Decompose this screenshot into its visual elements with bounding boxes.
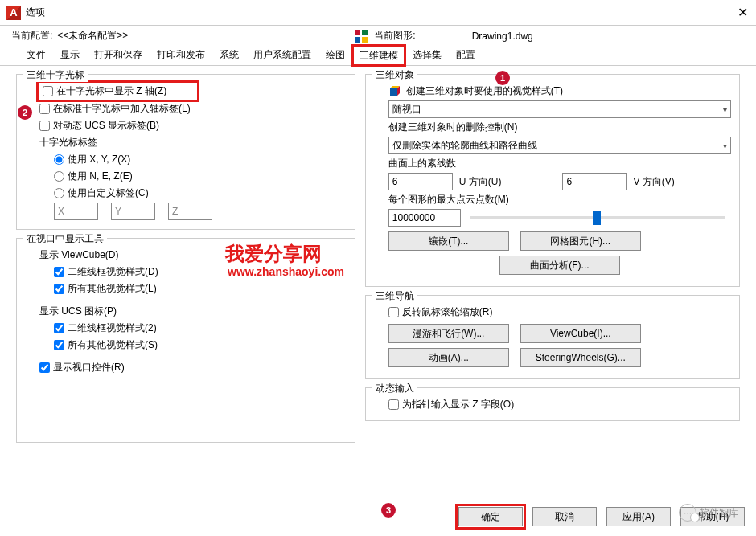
lbl-show-ucs: 显示 UCS 图标(P) bbox=[39, 304, 347, 318]
btn-steeringwheels[interactable]: SteeringWheels(G)... bbox=[520, 348, 641, 367]
chk-vc-other[interactable] bbox=[54, 284, 64, 294]
chk-show-z-field[interactable] bbox=[388, 399, 399, 410]
lbl-max-pts: 每个图形的最大点云点数(M) bbox=[388, 193, 731, 207]
tab-profiles[interactable]: 配置 bbox=[449, 44, 483, 65]
lbl-isolines: 曲面上的素线数 bbox=[388, 157, 731, 170]
lbl-reverse-wheel: 反转鼠标滚轮缩放(R) bbox=[402, 305, 493, 319]
tab-drawing[interactable]: 绘图 bbox=[318, 44, 352, 65]
lbl-show-z: 在十字光标中显示 Z 轴(Z) bbox=[56, 84, 166, 98]
window-title: 选项 bbox=[26, 6, 45, 19]
input-v-isolines[interactable] bbox=[562, 173, 627, 190]
group-3d-objects: 三维对象 创建三维对象时要使用的视觉样式(T) 随视口▾ 创建三维对象时的删除控… bbox=[365, 74, 740, 287]
annotation-badge-3: 3 bbox=[381, 503, 396, 518]
lbl-crosshair-labels: 十字光标标签 bbox=[39, 135, 347, 149]
rad-use-nez[interactable] bbox=[54, 171, 64, 182]
profile-value: <<未命名配置>> bbox=[57, 29, 266, 43]
lbl-delete-control: 创建三维对象时的删除控制(N) bbox=[388, 121, 731, 134]
annotation-badge-1: 1 bbox=[495, 71, 510, 85]
autocad-app-icon: A bbox=[6, 6, 21, 20]
svg-rect-3 bbox=[362, 37, 368, 43]
group-dynamic-input: 动态输入 为指针输入显示 Z 字段(O) bbox=[365, 387, 740, 421]
lbl-vc-2d: 二维线框视觉样式(D) bbox=[68, 265, 158, 279]
rad-use-xyz[interactable] bbox=[54, 154, 64, 165]
group-3d-nav: 三维导航 反转鼠标滚轮缩放(R) 漫游和飞行(W)... ViewCube(I)… bbox=[365, 295, 740, 379]
group-title-3dnav: 三维导航 bbox=[372, 289, 417, 303]
chk-viewport-ctrl[interactable] bbox=[39, 362, 50, 373]
combo-delete-control[interactable]: 仅删除实体的轮廓曲线和路径曲线▾ bbox=[388, 137, 731, 154]
custom-y-input[interactable] bbox=[111, 203, 155, 220]
tab-selection[interactable]: 选择集 bbox=[405, 44, 449, 65]
group-title-3dobj: 三维对象 bbox=[372, 68, 417, 82]
chevron-down-icon: ▾ bbox=[723, 141, 727, 150]
lbl-ucs-2d: 二维线框视觉样式(2) bbox=[68, 321, 157, 335]
box-3d-icon bbox=[388, 84, 401, 97]
apply-button[interactable]: 应用(A) bbox=[606, 507, 671, 526]
lbl-viewport-ctrl: 显示视口控件(R) bbox=[53, 361, 125, 374]
group-3d-crosshair: 三维十字光标 在十字光标中显示 Z 轴(Z) 在标准十字光标中加入轴标签(L) … bbox=[16, 74, 355, 230]
btn-mesh-prim[interactable]: 网格图元(H)... bbox=[520, 231, 641, 251]
input-u-isolines[interactable] bbox=[388, 173, 453, 190]
lbl-ucs-other: 所有其他视觉样式(S) bbox=[68, 338, 158, 352]
tab-bar: 文件 显示 打开和保存 打印和发布 系统 用户系统配置 绘图 三维建模 选择集 … bbox=[0, 44, 756, 66]
tab-open-save[interactable]: 打开和保存 bbox=[87, 44, 150, 65]
lbl-show-viewcube: 显示 ViewCube(D) bbox=[39, 248, 347, 262]
svg-rect-1 bbox=[362, 30, 368, 35]
chk-reverse-wheel[interactable] bbox=[388, 307, 399, 317]
btn-animation[interactable]: 动画(A)... bbox=[388, 348, 509, 367]
btn-walk-fly[interactable]: 漫游和飞行(W)... bbox=[388, 324, 509, 343]
custom-z-input[interactable] bbox=[168, 203, 212, 220]
lbl-dyn-ucs: 对动态 UCS 显示标签(B) bbox=[53, 119, 159, 133]
drawing-label: 当前图形: bbox=[374, 29, 415, 43]
drawing-value: Drawing1.dwg bbox=[472, 31, 533, 42]
rad-use-custom[interactable] bbox=[54, 188, 64, 198]
tab-plot[interactable]: 打印和发布 bbox=[150, 44, 212, 65]
chk-ucs-2d[interactable] bbox=[54, 323, 64, 333]
lbl-v-dir: V 方向(V) bbox=[633, 175, 674, 189]
annotation-badge-2: 2 bbox=[18, 105, 32, 120]
lbl-show-z-field: 为指针输入显示 Z 字段(O) bbox=[402, 398, 514, 411]
chk-ucs-other[interactable] bbox=[54, 340, 64, 350]
help-button[interactable]: 帮助(H) bbox=[680, 507, 745, 526]
group-viewport-tools: 在视口中显示工具 显示 ViewCube(D) 二维线框视觉样式(D) 所有其他… bbox=[16, 238, 355, 443]
slider-thumb[interactable] bbox=[593, 211, 601, 225]
drawing-icon bbox=[355, 30, 368, 43]
svg-rect-0 bbox=[355, 30, 360, 35]
ok-button[interactable]: 确定 bbox=[458, 507, 523, 526]
custom-x-input[interactable] bbox=[54, 203, 98, 220]
tab-user-prefs[interactable]: 用户系统配置 bbox=[246, 44, 318, 65]
lbl-use-custom: 使用自定义标签(C) bbox=[68, 186, 149, 200]
combo-visual-style[interactable]: 随视口▾ bbox=[388, 100, 731, 118]
tab-file[interactable]: 文件 bbox=[19, 44, 53, 65]
group-title-crosshair: 三维十字光标 bbox=[23, 68, 88, 82]
btn-surface-analysis[interactable]: 曲面分析(F)... bbox=[499, 256, 620, 275]
tab-system[interactable]: 系统 bbox=[212, 44, 246, 65]
chk-show-z-axis[interactable] bbox=[43, 86, 53, 96]
group-title-dynin: 动态输入 bbox=[372, 382, 417, 395]
tab-display[interactable]: 显示 bbox=[53, 44, 87, 65]
input-max-pts[interactable] bbox=[388, 209, 461, 227]
lbl-u-dir: U 方向(U) bbox=[459, 175, 502, 189]
slider-max-pts[interactable] bbox=[470, 216, 725, 219]
cancel-button[interactable]: 取消 bbox=[532, 507, 597, 526]
chevron-down-icon: ▾ bbox=[723, 105, 727, 114]
lbl-visual-style: 创建三维对象时要使用的视觉样式(T) bbox=[406, 84, 563, 98]
chk-axis-labels[interactable] bbox=[39, 104, 50, 114]
close-icon[interactable]: ✕ bbox=[738, 5, 748, 20]
chk-vc-2d[interactable] bbox=[54, 267, 64, 277]
lbl-axis-labels: 在标准十字光标中加入轴标签(L) bbox=[53, 102, 191, 116]
chk-dyn-ucs-labels[interactable] bbox=[39, 121, 50, 131]
lbl-vc-other: 所有其他视觉样式(L) bbox=[68, 282, 157, 296]
group-title-vptools: 在视口中显示工具 bbox=[23, 232, 107, 246]
svg-rect-2 bbox=[355, 37, 360, 43]
lbl-use-xyz: 使用 X, Y, Z(X) bbox=[68, 153, 130, 166]
btn-tessellation[interactable]: 镶嵌(T)... bbox=[388, 231, 509, 251]
tab-3d-modeling[interactable]: 三维建模 bbox=[352, 45, 405, 66]
lbl-use-nez: 使用 N, E, Z(E) bbox=[68, 170, 133, 183]
svg-rect-4 bbox=[390, 88, 397, 96]
btn-viewcube[interactable]: ViewCube(I)... bbox=[520, 324, 641, 343]
profile-label: 当前配置: bbox=[11, 29, 52, 43]
